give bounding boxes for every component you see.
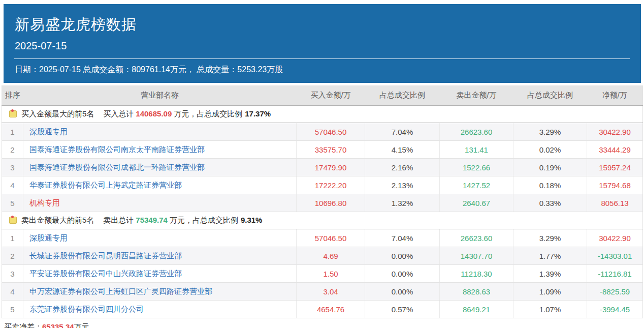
branch-name-institution: 机构专用 <box>29 198 60 207</box>
rank-cell: 2 <box>2 247 23 265</box>
buy-amount-cell: 33575.70 <box>297 141 365 159</box>
sell-pct-cell: 0.02% <box>513 141 587 159</box>
table-row: 1 深股通专用 57046.50 7.04% 26623.60 3.29% 30… <box>2 229 643 247</box>
col-header-branch-name: 营业部名称 <box>23 85 297 106</box>
col-header-net: 净额/万 <box>587 85 643 106</box>
banner-divider <box>14 58 630 59</box>
buy-pct-cell: 7.04% <box>365 229 440 247</box>
buy-pct-cell: 0.00% <box>365 265 440 283</box>
table-header-row: 排序 营业部名称 买入金额/万 占总成交比例 卖出金额/万 占总成交比例 净额/… <box>2 85 643 106</box>
col-header-buy-amount: 买入金额/万 <box>297 85 365 106</box>
rank-cell: 5 <box>2 301 23 318</box>
sell-total-pct: 9.31% <box>241 216 263 224</box>
buy-pct-cell: 0.00% <box>365 247 440 265</box>
net-amount-cell: 8056.13 <box>587 194 643 212</box>
buy-pct-cell: 1.32% <box>365 194 440 212</box>
buy-pct-cell: 2.16% <box>365 159 440 176</box>
branch-name-link[interactable]: 深股通专用 <box>29 233 68 242</box>
branch-name-link[interactable]: 深股通专用 <box>29 127 68 136</box>
sell-total-suffix: 万元，占总成交比例 <box>170 216 238 224</box>
rank-cell: 3 <box>2 159 23 176</box>
col-header-buy-pct: 占总成交比例 <box>365 85 440 106</box>
sell-amount-cell: 11218.30 <box>440 265 513 283</box>
net-amount-cell: 33444.29 <box>587 141 643 159</box>
branch-name-link[interactable]: 申万宏源证券有限公司上海虹口区广灵四路证券营业部 <box>29 287 212 295</box>
net-amount-cell: 30422.90 <box>587 229 643 247</box>
header-banner: 新易盛龙虎榜数据 2025-07-15 日期：2025-07-15 总成交金额：… <box>4 4 641 83</box>
rank-cell: 4 <box>2 176 23 194</box>
net-amount-cell: 15794.68 <box>587 176 643 194</box>
rank-cell: 4 <box>2 283 23 301</box>
sell-section-header-row: 卖出金额最大的前5名卖出总计75349.74万元，占总成交比例9.31% <box>2 212 643 229</box>
buy-pct-cell: 4.15% <box>365 141 440 159</box>
sell-amount-cell: 2640.67 <box>440 194 513 212</box>
col-header-sell-pct: 占总成交比例 <box>513 85 587 106</box>
page-title: 新易盛龙虎榜数据 <box>15 15 630 35</box>
buy-total-label: 买入总计 <box>103 109 134 118</box>
net-difference-unit: 万元 <box>74 322 89 328</box>
net-difference-footer: 买卖净差：65335.34万元 <box>2 318 642 328</box>
table-row: 4 申万宏源证券有限公司上海虹口区广灵四路证券营业部 3.04 0.00% 88… <box>2 283 643 301</box>
buy-amount-cell: 17222.20 <box>297 176 365 194</box>
sell-amount-cell: 8828.63 <box>440 283 513 301</box>
rank-cell: 1 <box>2 229 23 247</box>
sell-amount-cell: 14307.70 <box>440 247 513 265</box>
sell-amount-cell: 1427.52 <box>440 176 513 194</box>
buy-pct-cell: 0.00% <box>365 283 440 301</box>
table-row: 4 华泰证券股份有限公司上海武定路证券营业部 17222.20 2.13% 14… <box>2 176 643 194</box>
sell-total-value: 75349.74 <box>136 216 168 224</box>
table-row: 3 平安证券股份有限公司中山兴政路证券营业部 1.50 0.00% 11218.… <box>2 265 643 283</box>
net-amount-cell: -11216.81 <box>587 265 643 283</box>
lhb-table: 排序 营业部名称 买入金额/万 占总成交比例 卖出金额/万 占总成交比例 净额/… <box>2 85 643 318</box>
buy-amount-cell: 17479.90 <box>297 159 365 176</box>
sell-total-label: 卖出总计 <box>103 216 134 224</box>
buy-pct-cell: 7.04% <box>365 123 440 141</box>
net-amount-cell: -3994.45 <box>587 301 643 318</box>
branch-name-link[interactable]: 国泰海通证券股份有限公司成都北一环路证券营业部 <box>29 163 205 171</box>
branch-name-link[interactable]: 华泰证券股份有限公司上海武定路证券营业部 <box>29 181 182 189</box>
buy-total-pct: 17.37% <box>245 109 271 118</box>
buy-amount-cell: 1.50 <box>297 265 365 283</box>
branch-name-link[interactable]: 长城证券股份有限公司昆明西昌路证券营业部 <box>29 251 182 260</box>
sell-pct-cell: 0.19% <box>513 159 587 176</box>
buy-amount-cell: 3.04 <box>297 283 365 301</box>
sell-pct-cell: 1.77% <box>513 247 587 265</box>
note-icon <box>9 217 17 224</box>
rank-cell: 1 <box>2 123 23 141</box>
branch-name-link[interactable]: 东莞证券股份有限公司四川分公司 <box>29 305 144 313</box>
table-row: 5 东莞证券股份有限公司四川分公司 4654.76 0.57% 8649.21 … <box>2 301 643 318</box>
sell-amount-cell: 131.41 <box>440 141 513 159</box>
sell-amount-cell: 8649.21 <box>440 301 513 318</box>
buy-total-value: 140685.09 <box>136 109 172 118</box>
sell-pct-cell: 1.09% <box>513 283 587 301</box>
net-amount-cell: -14303.01 <box>587 247 643 265</box>
sell-section-label: 卖出金额最大的前5名 <box>21 216 94 224</box>
net-difference-value: 65335.34 <box>42 322 74 328</box>
buy-amount-cell: 4.69 <box>297 247 365 265</box>
sell-pct-cell: 3.29% <box>513 229 587 247</box>
rank-cell: 2 <box>2 141 23 159</box>
col-header-rank: 排序 <box>2 85 23 106</box>
table-row: 5 机构专用 10696.80 1.32% 2640.67 0.33% 8056… <box>2 194 643 212</box>
sell-pct-cell: 1.39% <box>513 265 587 283</box>
sell-pct-cell: 0.18% <box>513 176 587 194</box>
note-icon <box>9 110 17 117</box>
buy-amount-cell: 10696.80 <box>297 194 365 212</box>
buy-section-label: 买入金额最大的前5名 <box>21 109 94 118</box>
buy-amount-cell: 4654.76 <box>297 301 365 318</box>
sell-amount-cell: 26623.60 <box>440 123 513 141</box>
sell-pct-cell: 1.07% <box>513 301 587 318</box>
buy-total-suffix: 万元，占总成交比例 <box>174 109 242 118</box>
buy-amount-cell: 57046.50 <box>297 123 365 141</box>
branch-name-link[interactable]: 国泰海通证券股份有限公司南京太平南路证券营业部 <box>29 145 205 154</box>
sell-amount-cell: 26623.60 <box>440 229 513 247</box>
net-amount-cell: -8825.59 <box>587 283 643 301</box>
table-row: 2 长城证券股份有限公司昆明西昌路证券营业部 4.69 0.00% 14307.… <box>2 247 643 265</box>
rank-cell: 3 <box>2 265 23 283</box>
col-header-sell-amount: 卖出金额/万 <box>440 85 513 106</box>
buy-section-header-row: 买入金额最大的前5名买入总计140685.09万元，占总成交比例17.37% <box>2 106 643 123</box>
branch-name-link[interactable]: 平安证券股份有限公司中山兴政路证券营业部 <box>29 269 182 278</box>
net-difference-label: 买卖净差： <box>4 322 42 328</box>
sell-pct-cell: 3.29% <box>513 123 587 141</box>
rank-cell: 5 <box>2 194 23 212</box>
